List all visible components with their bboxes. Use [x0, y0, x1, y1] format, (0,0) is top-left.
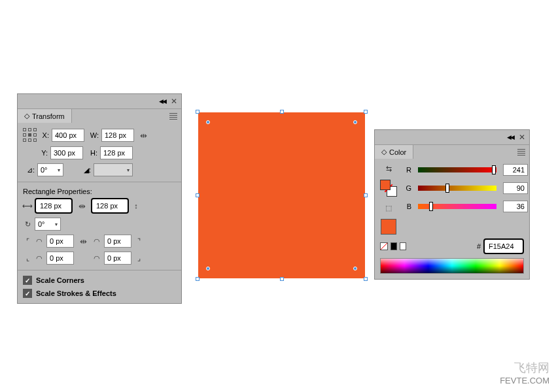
corner-br-icon: ⌟	[134, 253, 143, 263]
link-icon: ◇	[24, 112, 29, 120]
cube-icon: ⬚	[384, 203, 393, 212]
tab-label: Transform	[32, 112, 65, 120]
r-slider[interactable]	[418, 167, 496, 172]
corner-type-icon[interactable]: ◠	[92, 237, 101, 246]
scale-corners-label: Scale Corners	[36, 276, 84, 284]
fill-stroke-swatch[interactable]	[380, 180, 397, 197]
constrain-wh-icon[interactable]: ⇹	[137, 129, 150, 142]
corner-br-input[interactable]: 0 px	[104, 252, 131, 265]
canvas-rectangle[interactable]	[198, 112, 365, 278]
watermark: 飞特网 FEVTE.COM	[500, 360, 549, 385]
collapse-icon[interactable]: ◀◀	[507, 134, 513, 140]
panel-menu-icon[interactable]	[169, 113, 177, 120]
rotate-icon: ↻	[23, 220, 32, 229]
panel-menu-icon[interactable]	[517, 149, 525, 155]
hex-prefix: #	[477, 242, 481, 250]
tab-label: Color	[389, 148, 406, 156]
selection-handle[interactable]	[280, 110, 284, 114]
close-icon[interactable]: ✕	[519, 133, 525, 142]
scale-strokes-checkbox[interactable]: ✓	[23, 289, 32, 298]
swap-colors-icon[interactable]: ⇆	[384, 164, 393, 173]
shear-icon: ◢:	[82, 166, 91, 174]
angle-icon: ⊿:	[23, 166, 35, 174]
panel-header: ◀◀ ✕	[375, 130, 529, 145]
corner-bl-input[interactable]: 0 px	[46, 252, 74, 265]
height-icon: ↕	[131, 201, 141, 210]
b-label: B	[405, 203, 411, 210]
chevron-down-icon: ▾	[55, 221, 58, 227]
r-value[interactable]: 241	[503, 164, 528, 176]
selection-handle[interactable]	[196, 110, 200, 114]
reference-point-picker[interactable]	[23, 128, 37, 142]
b-value[interactable]: 36	[503, 201, 528, 212]
scale-corners-checkbox[interactable]: ✓	[23, 276, 32, 285]
collapse-icon[interactable]: ◀◀	[159, 98, 165, 105]
tab-color[interactable]: ◇ Color	[375, 145, 413, 159]
angle-dropdown[interactable]: 0°▾	[37, 163, 63, 176]
x-label: X:	[40, 131, 49, 139]
chevron-down-icon: ▾	[58, 167, 60, 173]
link-wh-icon[interactable]: ⇹	[75, 199, 88, 212]
color-spectrum[interactable]	[380, 258, 524, 274]
corner-widget[interactable]	[206, 267, 210, 270]
corner-bl-icon: ⌞	[23, 253, 32, 263]
selection-handle[interactable]	[364, 193, 368, 197]
corner-widget[interactable]	[353, 120, 357, 124]
rotate-dropdown[interactable]: 0°▾	[35, 218, 61, 231]
rect-width-input[interactable]: 128 px	[35, 198, 73, 214]
link-icon: ◇	[381, 148, 387, 156]
g-slider[interactable]	[418, 186, 496, 191]
corner-type-icon[interactable]: ◠	[35, 237, 44, 246]
width-icon: ⟷	[23, 201, 32, 210]
scale-strokes-label: Scale Strokes & Effects	[36, 289, 116, 297]
corner-widget[interactable]	[206, 120, 210, 124]
g-value[interactable]: 90	[503, 182, 528, 194]
chevron-down-icon: ▾	[127, 167, 130, 173]
y-input[interactable]: 300 px	[50, 146, 83, 159]
shear-dropdown[interactable]: ▾	[94, 163, 133, 176]
none-color-icon[interactable]	[380, 242, 388, 250]
y-label: Y:	[39, 149, 48, 157]
color-panel: ◀◀ ✕ ◇ Color ⇆ ⬚ R	[374, 129, 530, 280]
h-label: H:	[86, 149, 97, 157]
current-color-swatch[interactable]	[381, 219, 396, 235]
link-corners-icon[interactable]: ⇹	[77, 235, 90, 248]
close-icon[interactable]: ✕	[171, 97, 177, 106]
selection-handle[interactable]	[196, 277, 200, 281]
g-label: G	[405, 184, 411, 192]
selection-handle[interactable]	[364, 110, 368, 114]
b-slider[interactable]	[418, 204, 496, 209]
corner-tr-input[interactable]: 0 px	[104, 235, 131, 248]
hex-input[interactable]: F15A24	[483, 238, 524, 254]
w-label: W:	[87, 131, 99, 139]
corner-type-icon[interactable]: ◠	[35, 253, 44, 263]
selection-handle[interactable]	[196, 193, 200, 197]
h-input[interactable]: 128 px	[100, 146, 133, 159]
panel-header: ◀◀ ✕	[18, 94, 181, 109]
w-input[interactable]: 128 px	[101, 129, 134, 142]
x-input[interactable]: 400 px	[52, 129, 84, 142]
black-swatch[interactable]	[391, 242, 397, 250]
corner-tr-icon: ⌝	[134, 237, 143, 246]
white-swatch[interactable]	[400, 242, 406, 250]
corner-tl-input[interactable]: 0 px	[46, 235, 74, 248]
r-label: R	[405, 166, 411, 174]
corner-tl-icon: ⌜	[23, 237, 32, 246]
transform-panel: ◀◀ ✕ ◇ Transform X: 400 px W: 128 px ⇹ Y…	[17, 93, 182, 304]
tab-transform[interactable]: ◇ Transform	[18, 109, 72, 123]
corner-widget[interactable]	[353, 267, 357, 270]
selection-handle[interactable]	[364, 277, 368, 281]
rect-props-title: Rectangle Properties:	[23, 188, 176, 195]
selection-handle[interactable]	[280, 277, 284, 281]
corner-type-icon[interactable]: ◠	[92, 253, 101, 263]
rect-height-input[interactable]: 128 px	[91, 198, 129, 214]
